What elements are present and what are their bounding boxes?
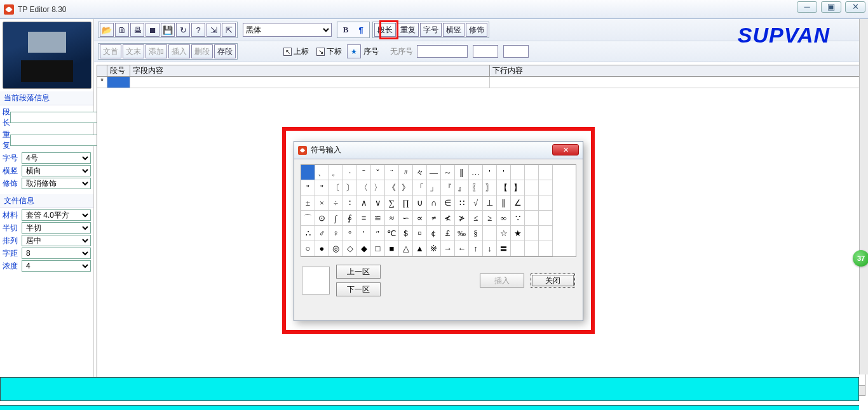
symbol-cell[interactable]: ∪ (413, 195, 427, 211)
prev-page-button[interactable]: 上一区 (336, 265, 381, 279)
open-icon[interactable]: 📂 (100, 23, 114, 37)
subscript-checkbox[interactable]: ↘下标 (316, 46, 342, 57)
symbol-cell[interactable] (525, 180, 539, 195)
dialog-close-btn[interactable]: 关闭 (531, 274, 575, 288)
symbol-cell[interactable]: ∏ (399, 195, 413, 211)
symbol-cell[interactable]: · (343, 165, 357, 180)
symbol-cell[interactable]: ￡ (441, 226, 455, 241)
help-icon[interactable]: ? (191, 23, 205, 37)
symbol-cell[interactable]: 〗 (483, 180, 497, 195)
symbol-cell[interactable]: ～ (441, 165, 455, 180)
symbol-cell[interactable]: ≠ (427, 211, 441, 226)
symbol-cell[interactable] (539, 180, 553, 195)
decor-select[interactable]: 取消修饰 (22, 178, 91, 189)
symbol-cell[interactable]: " (315, 180, 329, 195)
symbol-cell[interactable]: ¤ (413, 226, 427, 241)
end-button[interactable]: 文末 (123, 44, 144, 58)
symbol-cell[interactable]: ‰ (455, 226, 469, 241)
symbol-cell[interactable]: ′ (357, 226, 371, 241)
symbol-cell[interactable] (511, 165, 525, 180)
symbol-cell[interactable]: ∽ (399, 211, 413, 226)
symbol-cell[interactable] (539, 165, 553, 180)
symbol-cell[interactable]: 」 (427, 180, 441, 195)
seq-field-3[interactable] (503, 45, 529, 58)
symbol-cell[interactable]: → (441, 241, 455, 256)
symbol-cell[interactable]: ■ (385, 241, 399, 256)
symbol-cell[interactable]: ∥ (497, 195, 511, 211)
symbol-cell[interactable]: 』 (455, 180, 469, 195)
symbol-cell[interactable]: ◎ (329, 241, 343, 256)
charsize-button[interactable]: 字号 (420, 23, 442, 37)
symbol-cell[interactable]: ℃ (385, 226, 399, 241)
size-select[interactable]: 4号 (22, 152, 91, 164)
symbol-cell[interactable] (511, 241, 525, 256)
symbol-cell[interactable]: × (315, 195, 329, 211)
symbol-cell[interactable]: ⊙ (315, 211, 329, 226)
col-field[interactable]: 字段内容 (130, 65, 490, 76)
side-badge[interactable]: 37 (853, 250, 868, 267)
symbol-cell[interactable]: ∫ (329, 211, 343, 226)
symbol-cell[interactable]: ∩ (427, 195, 441, 211)
insert-button[interactable]: 插入 (168, 44, 190, 58)
delete-button[interactable]: 删段 (191, 44, 213, 58)
sequence-button[interactable] (347, 44, 361, 58)
dialog-insert-button[interactable]: 插入 (480, 274, 524, 288)
symbol-cell[interactable]: ∮ (343, 211, 357, 226)
symbol-cell[interactable]: 、 (315, 165, 329, 180)
density-select[interactable]: 4 (22, 260, 91, 272)
vertical-scrollbar[interactable] (859, 19, 868, 374)
symbol-cell[interactable]: ˇ (371, 165, 385, 180)
symbol-cell[interactable]: ○ (301, 241, 315, 256)
symbol-cell[interactable]: 〃 (399, 165, 413, 180)
print-icon[interactable]: 🖶 (130, 23, 144, 37)
symbol-cell[interactable]: 〔 (329, 180, 343, 195)
symbol-cell[interactable]: ◆ (357, 241, 371, 256)
home-button[interactable]: 文首 (100, 44, 121, 58)
stop-icon[interactable]: ⏹ (146, 23, 159, 37)
pilcrow-button[interactable]: ¶ (354, 23, 368, 37)
symbol-cell[interactable]: ↑ (469, 241, 483, 256)
symbol-cell[interactable]: 々 (413, 165, 427, 180)
material-select[interactable]: 套管 4.0平方 (22, 209, 91, 221)
symbol-cell[interactable]: 〓 (497, 241, 511, 256)
symbol-cell[interactable]: ∷ (455, 195, 469, 211)
orient-button[interactable]: 横竖 (443, 23, 465, 37)
symbol-cell[interactable]: ↓ (483, 241, 497, 256)
superscript-checkbox[interactable]: ↖上标 (283, 46, 309, 57)
symbol-cell[interactable] (525, 226, 539, 241)
symbol-cell[interactable]: ← (455, 241, 469, 256)
symbol-cell[interactable]: ♂ (315, 226, 329, 241)
orient-select[interactable]: 横向 (22, 165, 91, 176)
new-icon[interactable]: 🗎 (115, 23, 129, 37)
align-select[interactable]: 居中 (22, 235, 91, 246)
symbol-cell[interactable]: ' (497, 165, 511, 180)
symbol-cell[interactable]: ‖ (455, 165, 469, 180)
halfcut-select[interactable]: 半切 (22, 222, 91, 234)
symbol-cell[interactable]: △ (399, 241, 413, 256)
symbol-cell[interactable]: ☆ (497, 226, 511, 241)
symbol-cell[interactable]: 。 (329, 165, 343, 180)
symbol-cell[interactable]: ÷ (329, 195, 343, 211)
symbol-cell[interactable]: ≥ (483, 211, 497, 226)
seq-field-1[interactable] (417, 45, 468, 58)
dialog-close-button[interactable]: ✕ (552, 144, 579, 155)
symbol-cell[interactable]: ¨ (385, 165, 399, 180)
table-row[interactable]: * (97, 77, 865, 88)
export-icon[interactable]: ⇲ (207, 23, 220, 37)
symbol-cell[interactable]: □ (371, 241, 385, 256)
symbol-cell[interactable]: ∠ (511, 195, 525, 211)
seq-field-2[interactable] (473, 45, 498, 58)
save-seg-button[interactable]: 存段 (214, 44, 236, 58)
symbol-cell[interactable]: ≌ (371, 211, 385, 226)
symbol-cell[interactable]: ≯ (455, 211, 469, 226)
symbol-cell[interactable]: ˉ (357, 165, 371, 180)
symbol-cell[interactable]: ∞ (497, 211, 511, 226)
symbol-cell[interactable]: ± (301, 195, 315, 211)
symbol-cell[interactable] (539, 195, 553, 211)
bold-button[interactable]: B (339, 23, 353, 37)
symbol-cell[interactable] (483, 226, 497, 241)
symbol-cell[interactable]: ≮ (441, 211, 455, 226)
symbol-cell[interactable]: ∴ (301, 226, 315, 241)
save-icon[interactable]: 💾 (161, 23, 175, 37)
symbol-cell[interactable]: ∈ (441, 195, 455, 211)
